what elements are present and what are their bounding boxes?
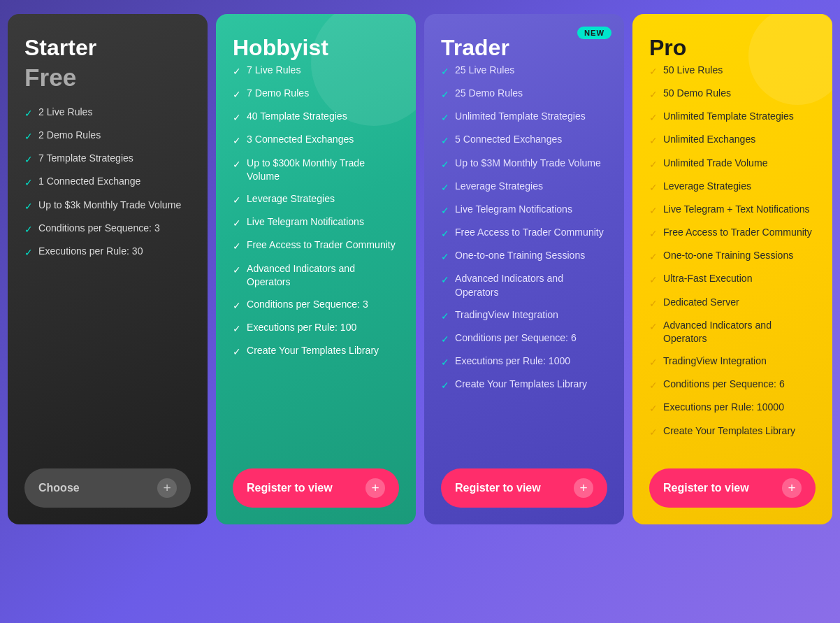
plan-card-hobbyist: Hobbyist ✓ 7 Live Rules ✓ 7 Demo Rules ✓… [216,14,416,524]
cta-button-pro[interactable]: Register to view + [649,468,816,508]
feature-text: Up to $300k Monthly Trade Volume [247,157,399,184]
check-icon: ✓ [441,378,449,392]
feature-text: 2 Demo Rules [38,129,101,143]
check-icon: ✓ [649,401,658,415]
feature-text: Free Access to Trader Community [455,226,604,240]
feature-text: Conditions per Sequence: 3 [38,222,160,236]
feature-text: Leverage Strategies [247,192,335,206]
feature-item: ✓ Create Your Templates Library [233,344,399,359]
feature-text: 40 Template Strategies [247,110,347,124]
feature-text: One-to-one Training Sessions [455,249,585,263]
feature-item: ✓ Dedicated Server [649,296,816,310]
plan-card-trader: NEW Trader ✓ 25 Live Rules ✓ 25 Demo Rul… [424,14,624,524]
feature-item: ✓ 40 Template Strategies [233,110,399,124]
plus-icon: + [782,478,802,498]
feature-text: Leverage Strategies [663,180,751,194]
check-icon: ✓ [441,355,449,369]
feature-text: 7 Template Strategies [38,152,133,166]
feature-item: ✓ Unlimited Exchanges [649,133,816,148]
feature-text: 50 Live Rules [663,64,723,78]
cta-button-starter[interactable]: Choose + [24,468,191,508]
check-icon: ✓ [233,299,241,313]
plus-icon: + [365,478,385,498]
check-icon: ✓ [233,157,241,171]
check-icon: ✓ [441,332,449,346]
check-icon: ✓ [649,320,658,334]
feature-text: Create Your Templates Library [663,424,795,438]
plan-card-starter: Starter Free ✓ 2 Live Rules ✓ 2 Demo Rul… [8,14,208,524]
feature-text: Free Access to Trader Community [663,226,812,240]
feature-item: ✓ Conditions per Sequence: 6 [441,331,607,346]
feature-text: Ultra-Fast Execution [663,272,753,286]
feature-text: Executions per Rule: 100 [247,321,356,335]
feature-text: Advanced Indicators and Operators [247,262,399,289]
feature-text: 5 Connected Exchanges [455,133,562,147]
check-icon: ✓ [649,250,658,264]
check-icon: ✓ [24,152,33,166]
feature-item: ✓ One-to-one Training Sessions [441,249,607,264]
check-icon: ✓ [649,87,658,101]
check-icon: ✓ [233,87,241,101]
feature-text: Executions per Rule: 1000 [455,355,570,368]
check-icon: ✓ [441,273,449,287]
feature-text: Unlimited Trade Volume [663,157,767,171]
feature-item: ✓ Advanced Indicators and Operators [441,272,607,299]
cta-button-hobbyist[interactable]: Register to view + [233,468,399,508]
cta-label: Register to view [455,482,541,494]
feature-item: ✓ Leverage Strategies [441,180,607,194]
feature-item: ✓ Leverage Strategies [649,180,816,194]
feature-text: Advanced Indicators and Operators [663,319,816,346]
feature-item: ✓ Live Telegram + Text Notifications [649,203,816,217]
feature-item: ✓ TradingView Integration [441,308,607,323]
feature-item: ✓ TradingView Integration [649,355,816,369]
check-icon: ✓ [233,239,241,253]
feature-item: ✓ Up to $3M Monthly Trade Volume [441,157,607,171]
feature-item: ✓ 50 Live Rules [649,64,816,78]
feature-text: Unlimited Template Strategies [455,110,586,124]
check-icon: ✓ [24,245,33,259]
plan-name-pro: Pro [649,35,816,61]
feature-item: ✓ Executions per Rule: 100 [233,321,399,336]
cta-label: Register to view [663,482,749,494]
feature-item: ✓ Live Telegram Notifications [233,215,399,230]
feature-item: ✓ 50 Demo Rules [649,87,816,101]
feature-text: Leverage Strategies [455,180,543,194]
feature-item: ✓ Live Telegram Notifications [441,203,607,217]
feature-item: ✓ 1 Connected Exchange [24,175,191,189]
check-icon: ✓ [24,199,33,213]
check-icon: ✓ [441,180,449,194]
feature-item: ✓ 7 Template Strategies [24,152,191,166]
feature-text: 3 Connected Exchanges [247,133,354,147]
feature-item: ✓ Unlimited Template Strategies [441,110,607,124]
check-icon: ✓ [233,263,241,277]
feature-item: ✓ Create Your Templates Library [441,378,607,392]
check-icon: ✓ [441,203,449,217]
check-icon: ✓ [441,157,449,171]
check-icon: ✓ [649,273,658,287]
cta-button-trader[interactable]: Register to view + [441,468,607,508]
check-icon: ✓ [649,64,658,78]
check-icon: ✓ [24,129,33,143]
feature-text: 7 Demo Rules [247,87,309,101]
check-icon: ✓ [649,157,658,171]
check-icon: ✓ [649,134,658,148]
cta-label: Choose [38,482,80,494]
feature-item: ✓ 7 Demo Rules [233,87,399,101]
feature-text: Live Telegram Notifications [455,203,572,217]
feature-text: Conditions per Sequence: 6 [455,331,577,345]
feature-text: One-to-one Training Sessions [663,249,793,263]
feature-item: ✓ Executions per Rule: 1000 [441,355,607,369]
check-icon: ✓ [233,216,241,230]
check-icon: ✓ [649,355,658,369]
check-icon: ✓ [233,110,241,124]
check-icon: ✓ [441,250,449,264]
feature-text: TradingView Integration [455,308,558,322]
feature-text: 50 Demo Rules [663,87,731,101]
features-list-starter: ✓ 2 Live Rules ✓ 2 Demo Rules ✓ 7 Templa… [24,106,191,447]
check-icon: ✓ [24,176,33,189]
feature-text: Up to $3k Monthly Trade Volume [38,199,181,213]
plan-price-starter: Free [24,64,191,92]
plan-card-pro: Pro ✓ 50 Live Rules ✓ 50 Demo Rules ✓ Un… [632,14,832,524]
check-icon: ✓ [649,296,658,310]
feature-text: Advanced Indicators and Operators [455,272,607,299]
